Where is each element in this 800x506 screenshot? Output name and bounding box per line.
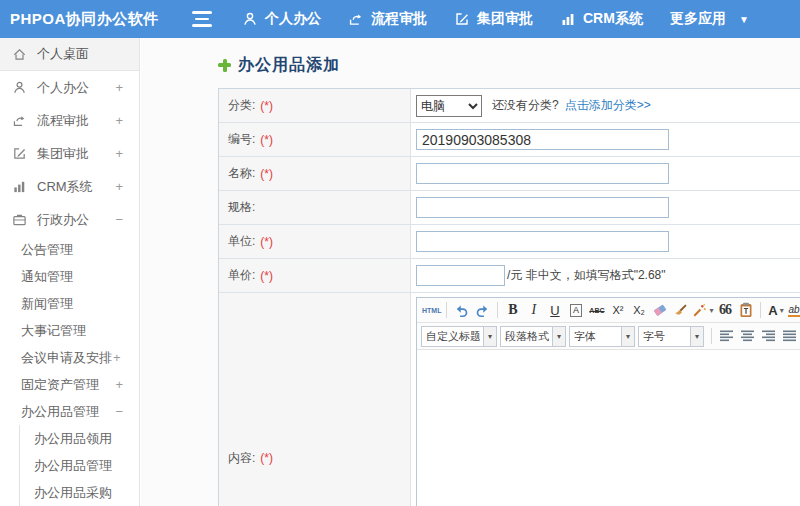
chevron-down-icon: ▾ [690, 327, 703, 346]
paste-text-icon[interactable] [736, 300, 755, 321]
sidebar-item-personal-desktop[interactable]: 个人桌面 [0, 38, 139, 71]
expand-icon[interactable]: + [115, 80, 123, 95]
nav-crm-system[interactable]: CRM系统 [560, 10, 643, 28]
sidebar-item-notice-mgmt[interactable]: 通知管理 [0, 263, 139, 290]
expand-icon[interactable]: + [113, 350, 121, 365]
sidebar: 个人桌面 个人办公 + 流程审批 + 集团审批 + CRM系统 + 行政办公 − [0, 38, 140, 506]
collapse-icon[interactable]: − [115, 212, 123, 227]
sidebar-item-office-supplies-mgmt[interactable]: 办公用品管理 − [0, 398, 139, 425]
edit-icon [12, 146, 28, 161]
undo-button[interactable] [452, 300, 471, 321]
align-center-icon[interactable] [738, 326, 757, 347]
add-category-link[interactable]: 点击添加分类>> [565, 97, 651, 114]
user-icon [12, 80, 28, 95]
sidebar-item-admin-office[interactable]: 行政办公 − [0, 203, 139, 236]
expand-icon[interactable]: + [115, 113, 123, 128]
font-family-select[interactable]: 字体 ▾ [569, 326, 635, 347]
bar-chart-icon [12, 179, 28, 194]
highlight-color-button[interactable]: ab ▾ [787, 300, 800, 321]
editor-toolbar-row2: 自定义标题 ▾ 段落格式 ▾ 字体 ▾ 字号 ▾ [417, 323, 800, 350]
font-size-select[interactable]: 字号 ▾ [638, 326, 704, 347]
blockquote-button[interactable]: 66 [715, 300, 734, 321]
italic-button[interactable]: I [524, 300, 543, 321]
heading-style-select[interactable]: 自定义标题 ▾ [421, 326, 497, 347]
price-format-hint: /元 非中文，如填写格式"2.68" [507, 267, 666, 284]
chevron-down-icon: ▾ [552, 327, 565, 346]
paragraph-format-select[interactable]: 段落格式 ▾ [500, 326, 566, 347]
field-label-price: 单价: (*) [219, 259, 411, 292]
hamburger-menu-icon[interactable] [192, 11, 212, 27]
redo-button[interactable] [473, 300, 492, 321]
spec-input[interactable] [416, 197, 669, 218]
char-border-button[interactable]: A [566, 300, 585, 321]
expand-icon[interactable]: + [115, 146, 123, 161]
sidebar-item-announcement-mgmt[interactable]: 公告管理 [0, 236, 139, 263]
autotypeset-icon[interactable]: ▾ [692, 300, 713, 321]
office-supply-form: 分类: (*) 电脑 还没有分类? 点击添加分类>> 编号: (*) 名称 [218, 88, 800, 506]
eraser-icon[interactable] [650, 300, 669, 321]
subscript-button[interactable]: X₂ [629, 300, 648, 321]
sidebar-item-supplies-manage[interactable]: 办公用品管理 [0, 452, 139, 479]
chevron-down-icon: ▾ [780, 306, 784, 315]
sidebar-item-supplies-claim[interactable]: 办公用品领用 [0, 425, 139, 452]
required-mark: (*) [260, 99, 273, 113]
html-source-button[interactable]: HTML [422, 300, 441, 321]
chevron-down-icon: ▾ [621, 327, 634, 346]
sidebar-item-group-approval[interactable]: 集团审批 + [0, 137, 139, 170]
toolbar-separator [760, 302, 761, 318]
expand-icon[interactable]: + [115, 179, 123, 194]
sidebar-item-events-mgmt[interactable]: 大事记管理 [0, 317, 139, 344]
align-justify-icon[interactable] [780, 326, 799, 347]
sidebar-item-fixed-assets-mgmt[interactable]: 固定资产管理 + [0, 371, 139, 398]
edit-icon [454, 11, 470, 27]
sidebar-item-crm-system[interactable]: CRM系统 + [0, 170, 139, 203]
sidebar-item-news-mgmt[interactable]: 新闻管理 [0, 290, 139, 317]
field-label-code: 编号: (*) [219, 123, 411, 156]
field-label-category: 分类: (*) [219, 89, 411, 122]
sidebar-item-personal-office[interactable]: 个人办公 + [0, 71, 139, 104]
toolbar-separator [446, 302, 447, 318]
unit-input[interactable] [416, 231, 669, 252]
briefcase-icon [12, 212, 28, 227]
nav-more-apps[interactable]: 更多应用 ▼ [670, 10, 749, 28]
nav-workflow-approval[interactable]: 流程审批 [348, 10, 427, 28]
toolbar-separator [711, 328, 712, 344]
sidebar-item-supplies-purchase[interactable]: 办公用品采购 [0, 479, 139, 506]
align-right-icon[interactable] [759, 326, 778, 347]
required-mark: (*) [260, 451, 273, 465]
required-mark: (*) [260, 167, 273, 181]
bold-button[interactable]: B [503, 300, 522, 321]
form-row-category: 分类: (*) 电脑 还没有分类? 点击添加分类>> [219, 89, 800, 123]
page-title: 办公用品添加 [218, 51, 800, 79]
workflow-icon [12, 113, 28, 128]
chevron-down-icon: ▼ [739, 14, 749, 25]
editor-content-area[interactable] [417, 350, 800, 506]
form-row-spec: 规格: [219, 191, 800, 225]
sidebar-item-meeting-request[interactable]: 会议申请及安排 + [0, 344, 139, 371]
form-row-price: 单价: (*) /元 非中文，如填写格式"2.68" [219, 259, 800, 293]
nav-group-approval[interactable]: 集团审批 [454, 10, 533, 28]
collapse-icon[interactable]: − [115, 404, 123, 419]
top-navbar: PHPOA协同办公软件 个人办公 流程审批 集团审批 CRM系统 [0, 0, 800, 38]
nav-personal-office[interactable]: 个人办公 [242, 10, 321, 28]
top-navigation: 个人办公 流程审批 集团审批 CRM系统 更多应用 ▼ [242, 10, 776, 28]
category-select[interactable]: 电脑 [416, 95, 482, 117]
name-input[interactable] [416, 163, 669, 184]
required-mark: (*) [260, 235, 273, 249]
required-mark: (*) [260, 133, 273, 147]
field-label-unit: 单位: (*) [219, 225, 411, 258]
code-input[interactable] [416, 129, 669, 150]
sidebar-item-workflow-approval[interactable]: 流程审批 + [0, 104, 139, 137]
superscript-button[interactable]: X² [608, 300, 627, 321]
price-input[interactable] [416, 265, 505, 286]
expand-icon[interactable]: + [115, 377, 123, 392]
strikethrough-button[interactable]: ABC [587, 300, 606, 321]
align-left-icon[interactable] [717, 326, 736, 347]
field-label-name: 名称: (*) [219, 157, 411, 190]
home-icon [12, 47, 28, 62]
form-row-code: 编号: (*) [219, 123, 800, 157]
underline-button[interactable]: U [545, 300, 564, 321]
field-label-spec: 规格: [219, 191, 411, 224]
font-color-button[interactable]: A ▾ [766, 300, 785, 321]
format-brush-icon[interactable] [671, 300, 690, 321]
